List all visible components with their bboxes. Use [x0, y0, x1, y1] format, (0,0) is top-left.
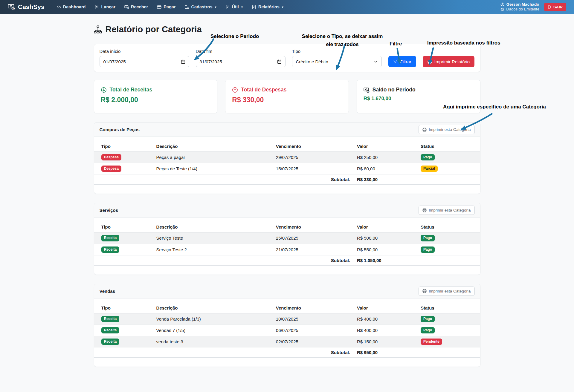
user-name-label: Gerson Machado [506, 2, 539, 7]
cell-valor: R$ 550,00 [355, 244, 418, 255]
calendar-icon[interactable] [277, 59, 282, 64]
journal-plus-icon [94, 5, 99, 9]
category-card-vendas: Vendas Imprimir esta Categoria Tipo Desc… [94, 284, 480, 367]
filter-button-label: Filtrar [400, 59, 411, 64]
tipo-badge: Receita [101, 246, 120, 253]
category-card-compras-de-pecas: Compras de Peças Imprimir esta Categoria… [94, 122, 480, 194]
subtotal-row: Subtotal: R$ 950,00 [94, 347, 480, 358]
tipo-field: Tipo Crédito e Débito [292, 49, 382, 67]
nav-item-cadastros[interactable]: Cadastros ▾ [185, 4, 216, 9]
cell-valor: R$ 400,00 [355, 313, 418, 324]
nav-item-dashboard[interactable]: Dashboard [57, 4, 86, 9]
col-descricao: Descrição [154, 141, 274, 152]
chevron-down-icon: ▾ [282, 5, 283, 9]
end-date-field: Data fim 31/07/2025 [196, 49, 286, 67]
nav-label: Cadastros [191, 4, 213, 9]
cell-descricao: Venda Parcelada (1/3) [154, 313, 274, 324]
subtotal-row: Subtotal: R$ 1.050,00 [94, 255, 480, 265]
cell-valor: R$ 80,00 [355, 163, 418, 174]
print-category-label: Imprimir esta Categoria [429, 289, 471, 293]
logout-button[interactable]: SAIR [544, 3, 566, 11]
calendar-icon[interactable] [181, 59, 185, 64]
printer-icon [428, 59, 432, 64]
tipo-select[interactable]: Crédito e Débito [292, 56, 382, 67]
print-report-button[interactable]: Imprimir Relatório [423, 56, 474, 67]
status-badge: Pago [421, 246, 435, 253]
arrow-up-circle-icon [232, 87, 238, 93]
main-nav: Dashboard Lançar Receber Pagar Cadastros… [57, 4, 283, 9]
annotation-tipo-line1: Selecione o Tipo, se deixar assim [302, 33, 383, 39]
logout-label: SAIR [553, 5, 563, 9]
nav-item-relatorios[interactable]: Relatórios ▾ [252, 4, 283, 9]
annotation-impressao: Impressão baseada nos filtros [427, 40, 500, 46]
print-category-button[interactable]: Imprimir esta Categoria [419, 125, 474, 134]
cell-valor: R$ 250,00 [355, 152, 418, 163]
cell-descricao: Serviço Teste 2 [154, 244, 274, 255]
person-circle-icon [500, 2, 505, 7]
total-receitas-value: R$ 2.000,00 [101, 96, 211, 104]
category-title: Vendas [100, 289, 115, 294]
filter-button[interactable]: Filtrar [388, 56, 416, 67]
category-table: Tipo Descrição Vencimento Valor Status R… [94, 222, 480, 265]
category-card-servicos: Serviços Imprimir esta Categoria Tipo De… [94, 203, 480, 275]
start-date-input[interactable]: 01/07/2025 [100, 56, 189, 67]
subtotal-row: Subtotal: R$ 330,00 [94, 174, 480, 185]
total-receitas-card: Total de Receitas R$ 2.000,00 [94, 80, 218, 113]
tipo-badge: Receita [101, 327, 120, 333]
cell-descricao: Vendas 7 (1/5) [154, 324, 274, 336]
printer-icon [422, 208, 427, 212]
status-badge: Pago [421, 316, 435, 322]
category-title: Compras de Peças [100, 127, 140, 132]
col-vencimento: Vencimento [274, 141, 355, 152]
nav-item-pagar[interactable]: Pagar [157, 4, 175, 9]
tipo-label: Tipo [292, 49, 382, 54]
start-date-field: Data início 01/07/2025 [100, 49, 189, 67]
nav-label: Relatórios [258, 4, 280, 9]
total-despesas-value: R$ 330,00 [232, 96, 342, 104]
table-row: Receita Venda Parcelada (1/3) 10/07/2025… [94, 313, 480, 324]
nav-label: Útil [232, 4, 239, 9]
top-navbar: CashSys Dashboard Lançar Receber Pagar C… [0, 0, 574, 14]
nav-item-util[interactable]: Útil ▾ [225, 4, 243, 9]
print-category-button[interactable]: Imprimir esta Categoria [419, 206, 474, 215]
subtotal-label: Subtotal: [94, 174, 355, 185]
table-row: Receita Vendas 7 (1/5) 06/07/2025 R$ 400… [94, 324, 480, 336]
category-header: Compras de Peças Imprimir esta Categoria [94, 122, 480, 137]
chevron-down-icon: ▾ [241, 5, 243, 9]
user-name: Gerson Machado [500, 2, 539, 7]
table-row: Despesa Peças de Teste (1/4) 15/07/2025 … [94, 163, 480, 174]
total-despesas-card: Total de Despesas R$ 330,00 [225, 80, 349, 113]
tipo-badge: Receita [101, 316, 120, 322]
app-brand[interactable]: CashSys [8, 3, 45, 10]
user-block: Gerson Machado Dados do Emitente [500, 2, 539, 12]
cell-valor: R$ 500,00 [355, 232, 418, 244]
status-badge: Pago [421, 154, 435, 160]
saldo-label: Saldo no Período [373, 87, 416, 93]
status-badge: Pago [421, 327, 435, 333]
print-category-button[interactable]: Imprimir esta Categoria [419, 287, 474, 296]
emitente-link[interactable]: Dados do Emitente [500, 7, 539, 12]
end-date-input[interactable]: 31/07/2025 [196, 56, 286, 67]
end-date-label: Data fim [196, 49, 286, 54]
print-category-label: Imprimir esta Categoria [429, 127, 471, 132]
journal-text-icon [252, 5, 256, 9]
table-header-row: Tipo Descrição Vencimento Valor Status [94, 141, 480, 152]
subtotal-label: Subtotal: [94, 347, 355, 358]
subtotal-value: R$ 1.050,00 [355, 255, 418, 265]
col-vencimento: Vencimento [274, 222, 355, 232]
col-valor: Valor [355, 303, 418, 313]
nav-item-receber[interactable]: Receber [124, 4, 148, 9]
category-table: Tipo Descrição Vencimento Valor Status D… [94, 141, 480, 185]
col-tipo: Tipo [94, 303, 154, 313]
journal-text-icon [225, 5, 230, 9]
printer-icon [422, 128, 427, 132]
start-date-label: Data início [100, 49, 189, 54]
category-title: Serviços [100, 208, 118, 213]
status-badge: Pendente [421, 339, 442, 345]
col-descricao: Descrição [154, 222, 274, 232]
annotation-tipo-line2: ele traz todos [326, 42, 359, 47]
category-table: Tipo Descrição Vencimento Valor Status R… [94, 303, 480, 358]
summary-row: Total de Receitas R$ 2.000,00 Total de D… [94, 80, 480, 113]
nav-item-lancar[interactable]: Lançar [94, 4, 115, 9]
annotation-tipo: Selecione o Tipo, se deixar assim ele tr… [297, 32, 387, 48]
